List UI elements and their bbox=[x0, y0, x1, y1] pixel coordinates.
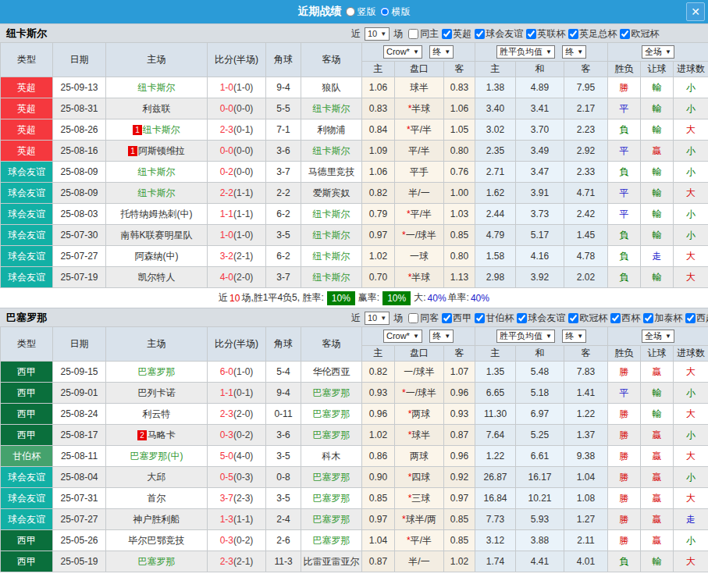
league-type-badge: 西甲 bbox=[1, 425, 53, 446]
league-filter-checkbox[interactable]: 英联杯 bbox=[523, 27, 565, 41]
league-filter-checkbox[interactable]: 英足总杯 bbox=[565, 27, 617, 41]
layout-radio-vertical[interactable]: 竖版 bbox=[346, 5, 376, 19]
league-checkbox-input[interactable] bbox=[517, 313, 527, 323]
league-filter-checkbox[interactable]: 欧冠杯 bbox=[617, 27, 659, 41]
avg-away: 7.83 bbox=[564, 362, 608, 383]
same-venue-checkbox[interactable]: 同客 bbox=[407, 312, 439, 325]
same-venue-input[interactable] bbox=[408, 29, 418, 39]
away-team: 巴塞罗那 bbox=[301, 488, 362, 509]
col-score: 比分(半场) bbox=[208, 327, 266, 362]
league-checkbox-input[interactable] bbox=[442, 29, 452, 39]
match-date: 25-08-26 bbox=[53, 119, 106, 141]
match-date: 25-08-09 bbox=[53, 162, 106, 183]
handicap: *半球 bbox=[395, 98, 444, 119]
radio-horizontal-input[interactable] bbox=[380, 7, 390, 16]
result-goals: 大 bbox=[674, 488, 708, 509]
league-filter-checkbox[interactable]: 西杯 bbox=[607, 312, 640, 325]
chevron-down-icon: ▼ bbox=[444, 48, 450, 55]
fulltime-select[interactable]: 全场▼ bbox=[642, 330, 674, 343]
match-date: 25-07-30 bbox=[53, 225, 106, 246]
avg-select[interactable]: 胜平负均值▼ bbox=[496, 45, 555, 59]
league-checkbox-input[interactable] bbox=[610, 313, 621, 323]
handicap: 两球 bbox=[395, 446, 444, 467]
match-row: 西甲25-08-24利云特2-3(2-0)0-11巴塞罗那0.96*两球0.93… bbox=[1, 404, 708, 425]
league-checkbox-input[interactable] bbox=[526, 29, 536, 39]
handicap: 一/球半 bbox=[395, 362, 444, 383]
corners: 3-6 bbox=[266, 425, 301, 446]
league-checkbox-input[interactable] bbox=[475, 29, 485, 39]
bookmaker-select[interactable]: Crow*▼ bbox=[383, 330, 422, 343]
handicap: *平/半 bbox=[395, 204, 444, 225]
handicap-changed-star: * bbox=[408, 272, 412, 283]
avg-draw: 3.47 bbox=[516, 162, 564, 183]
close-icon[interactable]: ✕ bbox=[686, 2, 705, 21]
away-team: 纽卡斯尔 bbox=[301, 267, 362, 288]
avg-stage-select[interactable]: 终▼ bbox=[562, 45, 586, 59]
result-goals: 大 bbox=[674, 246, 708, 267]
league-checkbox-input[interactable] bbox=[568, 313, 578, 323]
avg-home: 7.73 bbox=[475, 509, 516, 530]
avg-home: 3.02 bbox=[475, 119, 516, 141]
odds-stage-select[interactable]: 终▼ bbox=[429, 330, 454, 343]
same-venue-input[interactable] bbox=[408, 313, 418, 323]
home-team: 巴塞罗那(中) bbox=[106, 446, 208, 467]
avg-home: 2.71 bbox=[475, 162, 516, 183]
bookmaker-select[interactable]: Crow*▼ bbox=[383, 45, 422, 59]
league-type-badge: 西甲 bbox=[1, 530, 53, 551]
result-wdl: 負 bbox=[608, 267, 641, 288]
avg-draw: 3.88 bbox=[516, 530, 564, 551]
league-filter-checkbox[interactable]: 球会友谊 bbox=[514, 312, 565, 325]
avg-select[interactable]: 胜平负均值▼ bbox=[496, 330, 555, 343]
home-team: 南韩K联赛明星队 bbox=[106, 225, 208, 246]
league-checkbox-input[interactable] bbox=[568, 29, 578, 39]
avg-draw: 3.41 bbox=[516, 98, 564, 119]
match-count-select[interactable]: 10▼ bbox=[365, 312, 390, 325]
match-count-select[interactable]: 10▼ bbox=[365, 27, 390, 41]
league-type-badge: 西甲 bbox=[1, 362, 53, 383]
league-filter-checkbox[interactable]: 西甲 bbox=[439, 312, 471, 325]
handicap-changed-star: * bbox=[408, 408, 412, 419]
odds-stage-select[interactable]: 终▼ bbox=[429, 45, 454, 59]
corners: 3-5 bbox=[266, 488, 301, 509]
away-team: 巴塞罗那 bbox=[301, 509, 362, 530]
avg-home: 3.12 bbox=[475, 530, 516, 551]
handicap: *一/球半 bbox=[395, 383, 444, 404]
league-checkbox-input[interactable] bbox=[475, 313, 485, 323]
bookmaker-group: Crow*▼ 终▼ bbox=[362, 327, 475, 346]
result-handicap: 輸 bbox=[641, 162, 674, 183]
result-goals: 小 bbox=[674, 467, 708, 488]
league-filter-checkbox[interactable]: 欧冠杯 bbox=[565, 312, 607, 325]
home-team: 毕尔巴鄂竞技 bbox=[106, 530, 208, 551]
corners: 9-4 bbox=[266, 383, 301, 404]
result-wdl: 平 bbox=[608, 204, 641, 225]
home-team: 利云特 bbox=[106, 404, 208, 425]
league-filter-checkbox[interactable]: 英超 bbox=[439, 27, 471, 41]
same-venue-checkbox[interactable]: 同主 bbox=[407, 27, 439, 41]
radio-vertical-input[interactable] bbox=[346, 7, 355, 16]
home-team: 利兹联 bbox=[106, 98, 208, 119]
league-filter-checkbox[interactable]: 加泰杯 bbox=[640, 312, 682, 325]
corners: 0-8 bbox=[266, 467, 301, 488]
avg-stage-select[interactable]: 终▼ bbox=[562, 330, 586, 343]
fulltime-select[interactable]: 全场▼ bbox=[642, 45, 674, 59]
league-checkbox-input[interactable] bbox=[620, 29, 630, 39]
avg-home: 1.58 bbox=[475, 246, 516, 267]
league-filter-checkbox[interactable]: 甘伯杯 bbox=[471, 312, 514, 325]
layout-radio-horizontal[interactable]: 横版 bbox=[380, 5, 411, 19]
handicap-changed-star: * bbox=[408, 493, 412, 504]
result-wdl: 勝 bbox=[608, 404, 641, 425]
league-checkbox-input[interactable] bbox=[442, 313, 452, 323]
col-avg-home: 主 bbox=[475, 346, 516, 362]
result-handicap: 贏 bbox=[641, 509, 674, 530]
avg-away: 2.02 bbox=[564, 267, 608, 288]
league-checkbox-input[interactable] bbox=[685, 313, 696, 323]
handicap: 半/一 bbox=[395, 183, 444, 204]
chevron-down-icon: ▼ bbox=[380, 30, 386, 37]
league-filter-checkbox[interactable]: 球会友谊 bbox=[471, 27, 523, 41]
league-filter-checkbox[interactable]: 西超杯 bbox=[682, 312, 708, 325]
league-checkbox-input[interactable] bbox=[643, 313, 653, 323]
handicap: 平/半 bbox=[395, 141, 444, 162]
match-date: 25-07-27 bbox=[53, 246, 106, 267]
odds-home: 0.70 bbox=[362, 267, 395, 288]
odds-home: 0.86 bbox=[362, 446, 395, 467]
